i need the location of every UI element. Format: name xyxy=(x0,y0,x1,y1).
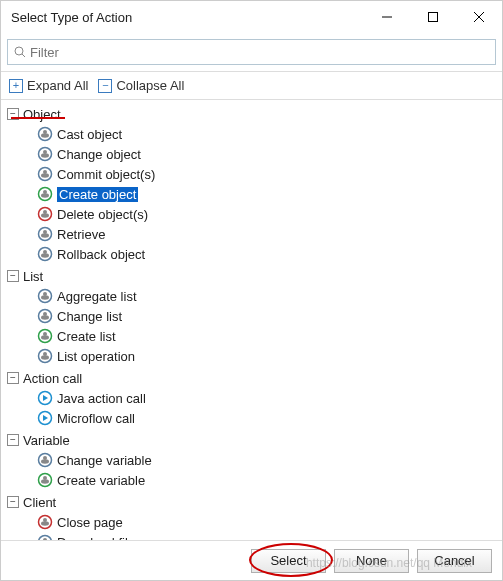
action-icon xyxy=(37,206,53,222)
action-icon xyxy=(37,348,53,364)
group-header-list[interactable]: −List xyxy=(7,266,502,286)
expand-all-button[interactable]: + Expand All xyxy=(9,78,88,93)
search-icon xyxy=(14,46,26,58)
group-label: List xyxy=(23,269,43,284)
group-header-client[interactable]: −Client xyxy=(7,492,502,512)
action-icon xyxy=(37,246,53,262)
tree-item[interactable]: Java action call xyxy=(37,388,502,408)
filter-box[interactable] xyxy=(7,39,496,65)
collapse-icon: − xyxy=(7,496,19,508)
tree-item[interactable]: Retrieve xyxy=(37,224,502,244)
action-icon xyxy=(37,514,53,530)
tree-item-label: List operation xyxy=(57,349,135,364)
tree-item-label: Close page xyxy=(57,515,123,530)
dialog-footer: Select None Cancel xyxy=(1,540,502,580)
action-icon xyxy=(37,288,53,304)
action-icon xyxy=(37,452,53,468)
tree-item[interactable]: Delete object(s) xyxy=(37,204,502,224)
tree-item-label: Aggregate list xyxy=(57,289,137,304)
tree-item-label: Commit object(s) xyxy=(57,167,155,182)
group-header-variable[interactable]: −Variable xyxy=(7,430,502,450)
svg-point-32 xyxy=(43,312,47,316)
tree-item-label: Change object xyxy=(57,147,141,162)
tree-item-label: Cast object xyxy=(57,127,122,142)
action-icon xyxy=(37,390,53,406)
action-icon xyxy=(37,126,53,142)
group-header-object[interactable]: −Object xyxy=(7,104,502,124)
collapse-all-label: Collapse All xyxy=(116,78,184,93)
tree-item-label: Change list xyxy=(57,309,122,324)
group-label: Variable xyxy=(23,433,70,448)
group-label: Client xyxy=(23,495,56,510)
tree-item-label: Delete object(s) xyxy=(57,207,148,222)
minus-icon: − xyxy=(98,79,112,93)
action-icon xyxy=(37,410,53,426)
svg-point-48 xyxy=(43,476,47,480)
tree-item[interactable]: Create list xyxy=(37,326,502,346)
tree-item[interactable]: Create object xyxy=(37,184,502,204)
tree-item[interactable]: List operation xyxy=(37,346,502,366)
tree-item[interactable]: Change variable xyxy=(37,450,502,470)
svg-line-5 xyxy=(22,54,25,57)
svg-point-14 xyxy=(43,170,47,174)
action-icon xyxy=(37,146,53,162)
svg-point-20 xyxy=(43,210,47,214)
tree-item[interactable]: Change list xyxy=(37,306,502,326)
group-label: Action call xyxy=(23,371,82,386)
svg-marker-40 xyxy=(43,395,48,401)
action-tree[interactable]: −ObjectCast objectChange objectCommit ob… xyxy=(1,100,502,540)
svg-point-35 xyxy=(43,332,47,336)
tree-item-label: Microflow call xyxy=(57,411,135,426)
action-icon xyxy=(37,226,53,242)
action-icon xyxy=(37,166,53,182)
tree-item-label: Create variable xyxy=(57,473,145,488)
collapse-icon: − xyxy=(7,270,19,282)
tree-item[interactable]: Aggregate list xyxy=(37,286,502,306)
maximize-button[interactable] xyxy=(410,1,456,33)
window-controls xyxy=(364,1,502,33)
svg-point-29 xyxy=(43,292,47,296)
tree-item[interactable]: Rollback object xyxy=(37,244,502,264)
collapse-icon: − xyxy=(7,108,19,120)
svg-point-4 xyxy=(15,47,23,55)
svg-point-51 xyxy=(43,518,47,522)
tree-item[interactable]: Change object xyxy=(37,144,502,164)
action-icon xyxy=(37,308,53,324)
svg-point-26 xyxy=(43,250,47,254)
tree-item-label: Create list xyxy=(57,329,116,344)
svg-point-8 xyxy=(43,130,47,134)
svg-point-17 xyxy=(43,190,47,194)
svg-point-45 xyxy=(43,456,47,460)
tree-item[interactable]: Download file xyxy=(37,532,502,540)
filter-input[interactable] xyxy=(30,45,489,60)
tree-item-label: Create object xyxy=(57,187,138,202)
action-icon xyxy=(37,186,53,202)
action-icon xyxy=(37,472,53,488)
collapse-icon: − xyxy=(7,372,19,384)
svg-rect-1 xyxy=(429,13,438,22)
titlebar: Select Type of Action xyxy=(1,1,502,33)
tree-item-label: Rollback object xyxy=(57,247,145,262)
svg-point-11 xyxy=(43,150,47,154)
plus-icon: + xyxy=(9,79,23,93)
cancel-button[interactable]: Cancel xyxy=(417,549,492,573)
action-icon xyxy=(37,328,53,344)
tree-item-label: Retrieve xyxy=(57,227,105,242)
minimize-button[interactable] xyxy=(364,1,410,33)
group-label: Object xyxy=(23,107,61,122)
collapse-all-button[interactable]: − Collapse All xyxy=(98,78,184,93)
expand-all-label: Expand All xyxy=(27,78,88,93)
svg-marker-42 xyxy=(43,415,48,421)
none-button[interactable]: None xyxy=(334,549,409,573)
group-header-action-call[interactable]: −Action call xyxy=(7,368,502,388)
tree-item[interactable]: Microflow call xyxy=(37,408,502,428)
tree-item[interactable]: Close page xyxy=(37,512,502,532)
window-title: Select Type of Action xyxy=(11,10,132,25)
svg-point-23 xyxy=(43,230,47,234)
tree-item[interactable]: Cast object xyxy=(37,124,502,144)
tree-item[interactable]: Commit object(s) xyxy=(37,164,502,184)
tree-toolbar: + Expand All − Collapse All xyxy=(1,72,502,100)
tree-item[interactable]: Create variable xyxy=(37,470,502,490)
select-button[interactable]: Select xyxy=(251,549,326,573)
close-button[interactable] xyxy=(456,1,502,33)
